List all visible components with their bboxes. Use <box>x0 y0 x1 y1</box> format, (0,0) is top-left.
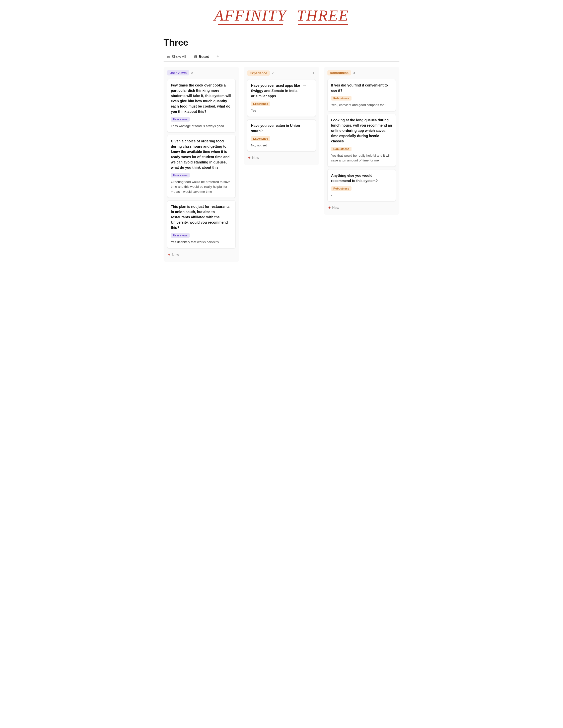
column-user-views: User views 3 Few times the cook over coo… <box>163 67 239 262</box>
card-tag-ex1: Experience <box>251 102 270 106</box>
column-robustness: Robustness 3 If yes did you find it conv… <box>324 67 400 215</box>
card-question-rb1: If yes did you find it convenient to use… <box>331 83 392 93</box>
app-header: AFFINITY THREE <box>163 5 400 30</box>
tab-board[interactable]: ⊟ Board <box>191 52 213 61</box>
card-tag-rb3: Robustness <box>331 186 352 191</box>
card-answer-rb2: Yes that would be really helpful and it … <box>331 153 392 163</box>
ellipsis-icon[interactable]: ··· <box>308 83 312 88</box>
card-tag-rb1: Robustness <box>331 96 352 101</box>
board: User views 3 Few times the cook over coo… <box>163 67 400 262</box>
card-answer-ex2: No, not yet <box>251 143 312 148</box>
card-question-uv3: This plan is not just for restaurants in… <box>171 204 232 230</box>
card-question-rb2: Looking at the long queues during lunch … <box>331 118 392 144</box>
card-rb3[interactable]: Anything else you would recommend to thi… <box>328 169 396 202</box>
header-word-affinity: AFFINITY <box>214 8 287 25</box>
card-uv3[interactable]: This plan is not just for restaurants in… <box>167 200 235 248</box>
pencil-icon[interactable]: ✏ <box>303 83 307 88</box>
column-header-experience: Experience 2 ··· + <box>247 70 316 76</box>
card-uv1[interactable]: Few times the cook over cooks a particul… <box>167 79 235 132</box>
card-answer-uv1: Less wastage of food is always good <box>171 124 232 129</box>
plus-icon-robustness: + <box>329 205 331 210</box>
page-title: Three <box>163 37 400 48</box>
new-button-experience[interactable]: + New <box>247 154 316 161</box>
card-question-uv2: Given a choice of ordering food during c… <box>171 139 232 170</box>
header-word-three: THREE <box>297 8 349 25</box>
table-icon: ⊞ <box>167 55 170 59</box>
tab-show-all[interactable]: ⊞ Show All <box>163 52 190 61</box>
card-answer-uv2: Ordering food would be preferred to save… <box>171 179 232 194</box>
card-question-ex2: Have you ever eaten in Union south? <box>251 123 312 134</box>
tabs-row: ⊞ Show All ⊟ Board + <box>163 52 400 62</box>
card-ex1-header: Have you ever used apps like Swiggy and … <box>251 83 312 99</box>
column-add-experience[interactable]: + <box>312 70 316 76</box>
card-ex1-icons: ✏ ··· <box>303 83 312 88</box>
column-label-robustness: Robustness <box>328 70 351 75</box>
card-answer-ex1: Yes <box>251 108 312 113</box>
card-tag-ex2: Experience <box>251 136 270 141</box>
card-tag-uv3: User views <box>171 233 190 238</box>
card-ex2[interactable]: Have you ever eaten in Union south? Expe… <box>247 119 316 152</box>
tab-add-button[interactable]: + <box>214 52 222 61</box>
card-question-ex1: Have you ever used apps like Swiggy and … <box>251 83 301 99</box>
card-ex1[interactable]: Have you ever used apps like Swiggy and … <box>247 79 316 117</box>
card-rb1[interactable]: If yes did you find it convenient to use… <box>328 79 396 111</box>
column-label-user-views: User views <box>167 70 189 75</box>
column-header-user-views: User views 3 <box>167 70 235 75</box>
plus-icon-experience: + <box>248 155 250 160</box>
card-tag-uv2: User views <box>171 173 190 177</box>
column-count-user-views: 3 <box>191 71 193 75</box>
new-button-robustness[interactable]: + New <box>328 204 396 211</box>
column-actions-experience: ··· + <box>305 70 316 76</box>
card-question-rb3: Anything else you would recommend to thi… <box>331 173 392 184</box>
column-count-experience: 2 <box>272 71 274 75</box>
card-tag-rb2: Robustness <box>331 147 352 151</box>
card-uv2[interactable]: Given a choice of ordering food during c… <box>167 135 235 198</box>
column-header-robustness: Robustness 3 <box>328 70 396 75</box>
column-label-experience: Experience <box>247 70 269 76</box>
card-answer-rb1: Yes , convient and good coupons too!! <box>331 103 392 108</box>
card-tag-uv1: User views <box>171 117 190 122</box>
column-ellipsis-experience[interactable]: ··· <box>305 70 310 76</box>
card-rb2[interactable]: Looking at the long queues during lunch … <box>328 114 396 167</box>
plus-icon-user-views: + <box>168 252 170 257</box>
new-button-user-views[interactable]: + New <box>167 251 235 258</box>
board-icon: ⊟ <box>194 55 197 59</box>
card-question-uv1: Few times the cook over cooks a particul… <box>171 83 232 114</box>
column-experience: Experience 2 ··· + Have you ever used ap… <box>243 67 319 165</box>
card-answer-rb3: - <box>331 193 392 198</box>
column-count-robustness: 3 <box>353 71 355 75</box>
card-answer-uv3: Yes definitely that works perfectly <box>171 240 232 245</box>
